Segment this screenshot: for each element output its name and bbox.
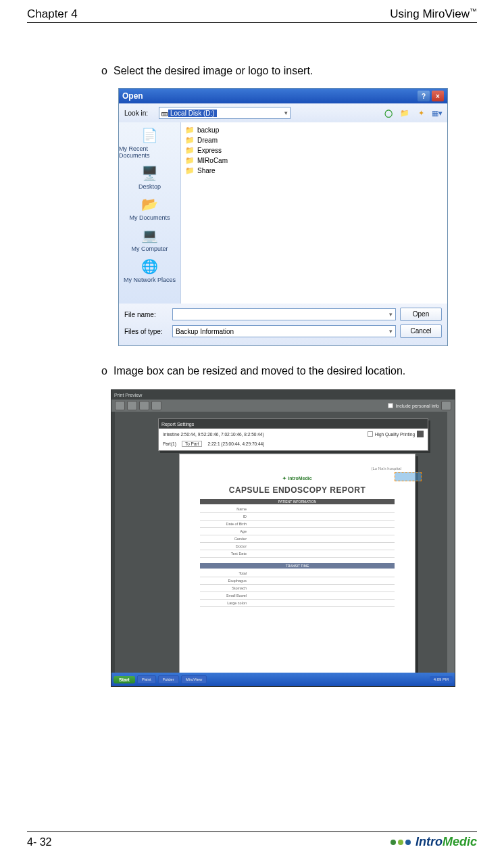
field-label: Large colon [200,601,251,605]
open-file-dialog: Open ? × Look in: 🖴 Local Disk (D:) ▾ ◯ … [118,88,448,346]
field-label: Total [200,571,251,575]
print-icon[interactable] [115,401,125,410]
place-mydocs[interactable]: 📂 My Documents [119,195,180,221]
include-personal-label: Include personal info [395,404,439,408]
views-icon[interactable]: ▦▾ [432,108,442,118]
section-header-2: TRANSIT TIME [200,563,395,569]
chevron-down-icon[interactable]: ▾ [389,311,393,318]
filetype-combo[interactable]: Backup Information▾ [172,325,396,337]
chevron-down-icon[interactable]: ▾ [284,110,288,116]
folder-item[interactable]: 📁Express [185,145,443,155]
windows-taskbar: Start Paint Folder MiroView 4:09 PM [111,673,455,686]
zoom-out-icon[interactable] [139,401,149,410]
filetype-value: Backup Information [176,328,234,335]
preview-title: Print Preview [114,393,142,397]
folder-icon: 📁 [185,166,195,175]
report-settings-title: Report Settings [159,419,428,429]
desktop-icon: 🖥️ [141,164,159,182]
taskbar-item[interactable]: Paint [137,675,156,683]
bullet-text-1: Select the desired image or logo to inse… [114,65,465,77]
transit-time-rows: Total Esophagus Stomach Small Bowel Larg… [200,570,395,607]
footer-logo: IntroMedic [390,835,477,849]
patient-info-rows: Name ID Date of Birth Age Gender Doctor … [200,506,395,558]
rs-line2-rest: 2:22:1 (23:00:44, 4:29:70:44) [207,441,264,446]
up-one-level-icon[interactable]: 📁 [400,108,409,118]
taskbar-item[interactable]: Folder [158,675,179,683]
zoom-in-icon[interactable] [127,401,137,410]
taskbar-item[interactable]: MiroView [181,675,207,683]
bullet-text-2: Image box can be resized and moved to th… [114,365,465,377]
back-icon[interactable]: ◯ [384,108,393,118]
report-page: (Lo Na's hospital ✦ IntroMedic CAPSULE E… [179,454,415,673]
folder-item[interactable]: 📁Share [185,166,443,176]
image-box-selection[interactable] [395,472,422,481]
place-mydocs-label: My Documents [129,214,170,221]
folder-name: MIRoCam [197,157,228,164]
field-label: Doctor [200,544,251,548]
place-recent[interactable]: 📄 My Recent Documents [119,126,180,159]
folder-icon: 📁 [185,136,195,145]
preview-titlebar: Print Preview [111,390,455,400]
recent-documents-icon: 📄 [141,126,159,144]
report-settings-panel[interactable]: Report Settings Intestine 2:50:44, 9:52:… [158,418,428,451]
start-button[interactable]: Start [114,676,135,683]
place-mycomputer[interactable]: 💻 My Computer [119,226,180,252]
logo-medic: Medic [443,835,477,848]
folder-name: Dream [197,137,218,144]
network-places-icon: 🌐 [141,258,159,275]
folder-item[interactable]: 📁backup [185,125,443,135]
vertical-scrollbar[interactable] [447,412,455,673]
field-label: Small Bowel [200,594,251,598]
place-mycomputer-label: My Computer [131,245,168,252]
settings-icon[interactable] [441,401,451,410]
rs-line1: Intestine 2:50:44, 9:52:20:46, 7:02:10:4… [163,432,264,437]
lookin-value: Local Disk (D:) [168,110,217,117]
field-label: Esophagus [200,579,251,583]
include-personal-checkbox[interactable]: Include personal info [388,403,439,408]
close-icon[interactable]: × [432,91,444,101]
logo-intro: Intro [415,835,443,848]
folder-item[interactable]: 📁MIRoCam [185,155,443,166]
header-title-text: Using MiroView [390,7,470,20]
bullet-marker: o [101,65,114,77]
rs-pages-select[interactable]: To Part [182,441,203,447]
trademark-symbol: ™ [470,7,477,15]
report-logo-text: IntroMedic [288,476,311,481]
rs-part-label: Part(1) [163,441,176,446]
high-quality-label: High Quality Printing [375,432,415,437]
file-list[interactable]: 📁backup 📁Dream 📁Express 📁MIRoCam 📁Share [181,122,447,304]
lookin-combo[interactable]: 🖴 Local Disk (D:) ▾ [159,107,291,119]
chapter-label: Chapter 4 [27,7,78,21]
field-label: Name [200,507,251,511]
place-network[interactable]: 🌐 My Network Places [119,258,180,283]
bullet-marker: o [101,365,114,377]
new-folder-icon[interactable]: ✦ [416,108,426,118]
help-icon[interactable]: ? [418,91,430,101]
my-computer-icon: 💻 [141,226,159,244]
system-tray[interactable]: 4:09 PM [430,676,453,683]
place-desktop[interactable]: 🖥️ Desktop [119,164,180,190]
filename-input[interactable]: ▾ [172,308,396,320]
section-header-1: PATIENT INFORMATION [200,499,395,504]
logo-dots-icon [390,840,411,845]
chevron-down-icon[interactable]: ▾ [389,328,393,335]
cancel-button[interactable]: Cancel [400,324,442,338]
place-desktop-label: Desktop [138,183,161,190]
open-button[interactable]: Open [400,308,442,321]
folder-name: Share [197,167,216,174]
folder-item[interactable]: 📁Dream [185,135,443,145]
fit-page-icon[interactable] [151,401,161,410]
folder-icon: 📁 [185,156,195,165]
places-bar: 📄 My Recent Documents 🖥️ Desktop 📂 My Do… [119,122,181,304]
lookin-label: Look in: [124,110,155,117]
field-label: Date of Birth [200,522,251,526]
field-label: Stomach [200,586,251,590]
field-label: ID [200,514,251,519]
close-panel-icon[interactable] [417,431,424,437]
filename-label: File name: [124,311,168,318]
dialog-titlebar: Open ? × [119,89,447,103]
field-label: Age [200,529,251,533]
checkbox-icon[interactable] [368,431,373,437]
preview-canvas: Report Settings Intestine 2:50:44, 9:52:… [115,412,451,673]
page-number: 4- 32 [27,836,51,848]
